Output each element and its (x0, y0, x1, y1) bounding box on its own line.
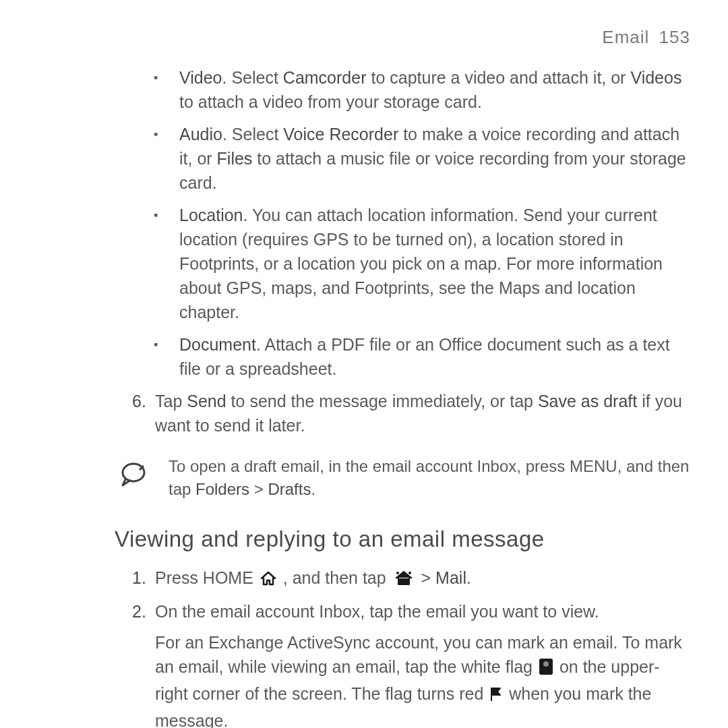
label-location: Location (179, 206, 243, 224)
bullet-video: Video. Select Camcorder to capture a vid… (179, 65, 690, 114)
home-icon (260, 568, 277, 593)
label-save-as-draft: Save as draft (538, 392, 637, 411)
label-videos: Videos (630, 68, 681, 87)
tip-icon (115, 455, 155, 489)
label-files: Files (217, 149, 253, 168)
step-number: 2. (132, 599, 146, 624)
section2-steps: 1. Press HOME , and then tap > Mail. 2. … (115, 566, 690, 728)
header-page-number: 153 (659, 27, 690, 47)
label-audio: Audio (179, 125, 222, 144)
section-heading: Viewing and replying to an email message (115, 526, 690, 552)
svg-point-2 (396, 572, 399, 574)
label-video: Video (179, 68, 222, 87)
step-list: 6. Tap Send to send the message immediat… (115, 389, 690, 437)
label-mail: Mail (435, 568, 466, 587)
label-folders: Folders (195, 480, 249, 498)
label-drafts: Drafts (268, 480, 311, 498)
step-6: 6. Tap Send to send the message immediat… (155, 389, 690, 437)
page: Email 153 Video. Select Camcorder to cap… (0, 0, 728, 728)
s2-step-2: 2. On the email account Inbox, tap the e… (155, 599, 690, 728)
tip-text: To open a draft email, in the email acco… (155, 455, 690, 501)
svg-point-3 (408, 572, 411, 574)
s2-step-1: 1. Press HOME , and then tap > Mail. (155, 566, 690, 593)
step-number: 1. (132, 566, 146, 590)
bullet-location: Location. You can attach location inform… (179, 203, 690, 324)
step-number: 6. (132, 389, 146, 413)
attachment-bullets: Video. Select Camcorder to capture a vid… (115, 65, 690, 381)
apps-home-icon (392, 568, 415, 593)
label-send: Send (187, 392, 226, 411)
label-voice-recorder: Voice Recorder (283, 125, 398, 144)
svg-point-5 (543, 661, 549, 667)
flag-red-icon (489, 684, 503, 708)
flag-white-icon (539, 657, 553, 681)
label-camcorder: Camcorder (283, 68, 367, 87)
step-2-detail: For an Exchange ActiveSync account, you … (155, 630, 690, 728)
bullet-audio: Audio. Select Voice Recorder to make a v… (179, 122, 690, 195)
tip-note: To open a draft email, in the email acco… (115, 455, 690, 501)
page-header: Email 153 (115, 27, 690, 48)
label-document: Document (179, 335, 256, 354)
bullet-document: Document. Attach a PDF file or an Office… (179, 332, 690, 381)
header-section: Email (602, 27, 649, 47)
